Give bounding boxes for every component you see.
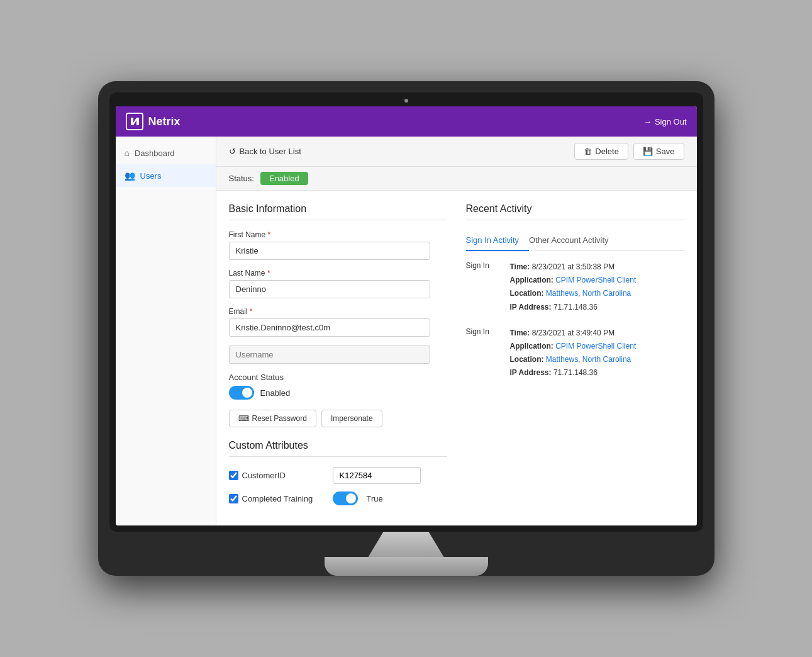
save-label: Save	[656, 147, 675, 156]
logo-icon	[126, 113, 143, 130]
completed-training-toggle[interactable]	[333, 491, 358, 505]
location-line-2: Location: Matthews, North Carolina	[510, 354, 637, 366]
recent-activity-divider	[466, 220, 684, 220]
sidebar-item-dashboard[interactable]: ⌂ Dashboard	[116, 142, 216, 164]
signout-icon: →	[643, 117, 652, 126]
tab-other-activity[interactable]: Other Account Activity	[529, 230, 618, 251]
back-arrow-icon: ↺	[229, 147, 236, 156]
trash-icon: 🗑	[584, 147, 592, 156]
brand-name: Netrix	[148, 115, 181, 128]
completed-training-value: True	[367, 494, 383, 503]
main-layout: ⌂ Dashboard 👥 Users ↺	[116, 137, 697, 525]
customerid-checkbox[interactable]	[229, 471, 238, 480]
monitor-stand-base	[325, 557, 488, 576]
last-name-input[interactable]	[229, 280, 430, 298]
status-badge: Enabled	[260, 172, 308, 185]
monitor: Netrix → Sign Out ⌂ Dashboard	[98, 81, 715, 576]
save-icon: 💾	[643, 147, 653, 156]
basic-info-title: Basic Information	[229, 203, 447, 215]
custom-attributes-section: Custom Attributes CustomerID	[229, 440, 447, 505]
reset-password-label: Reset Password	[252, 414, 307, 423]
account-status-text: Enabled	[260, 388, 291, 398]
toggle-slider	[229, 386, 254, 400]
location-line-1: Location: Matthews, North Carolina	[510, 288, 637, 300]
dashboard-icon: ⌂	[125, 148, 130, 158]
time-line-1: Time: 8/23/2021 at 3:50:38 PM	[510, 261, 637, 273]
users-icon: 👥	[125, 171, 135, 181]
completed-training-slider	[333, 491, 358, 505]
left-panel: Basic Information First Name *	[229, 203, 447, 513]
delete-label: Delete	[595, 147, 619, 156]
activity-details-2: Time: 8/23/2021 at 3:49:40 PM Applicatio…	[510, 327, 637, 381]
status-bar: Status: Enabled	[216, 167, 697, 191]
last-name-label: Last Name *	[229, 269, 447, 278]
main-content: Basic Information First Name *	[216, 191, 697, 525]
back-label: Back to User List	[240, 147, 301, 156]
monitor-stand-neck	[369, 532, 444, 557]
key-icon: ⌨	[238, 414, 249, 423]
email-label: Email *	[229, 307, 447, 316]
application-line-1: Application: CPIM PowerShell Client	[510, 274, 637, 286]
completed-training-label: Completed Training	[242, 494, 324, 503]
sidebar-item-users[interactable]: 👥 Users	[116, 164, 216, 187]
first-name-label: First Name *	[229, 230, 447, 239]
custom-attr-divider	[229, 456, 447, 457]
email-group: Email *	[229, 307, 447, 337]
toolbar-actions: 🗑 Delete 💾 Save	[574, 143, 684, 160]
content-area: ↺ Back to User List 🗑 Delete 💾	[216, 137, 697, 525]
basic-info-divider	[229, 220, 447, 220]
activity-entry-2: Sign In Time: 8/23/2021 at 3:49:40 PM Ap…	[466, 327, 684, 381]
reset-password-button[interactable]: ⌨ Reset Password	[229, 410, 316, 427]
app-container: Netrix → Sign Out ⌂ Dashboard	[116, 106, 697, 525]
screen-bezel: Netrix → Sign Out ⌂ Dashboard	[109, 93, 703, 532]
impersonate-label: Impersonate	[331, 414, 373, 423]
content-toolbar: ↺ Back to User List 🗑 Delete 💾	[216, 137, 697, 167]
account-status-toggle-row: Enabled	[229, 386, 447, 400]
delete-button[interactable]: 🗑 Delete	[574, 143, 628, 160]
username-group	[229, 345, 447, 364]
ip-line-2: IP Address: 71.71.148.36	[510, 367, 637, 379]
topbar: Netrix → Sign Out	[116, 106, 697, 137]
activity-entry-1: Sign In Time: 8/23/2021 at 3:50:38 PM Ap…	[466, 261, 684, 315]
right-panel: Recent Activity Sign In Activity Other A…	[466, 203, 684, 513]
sidebar-users-label: Users	[140, 171, 162, 181]
save-button[interactable]: 💾 Save	[633, 143, 684, 160]
account-status-section: Account Status Enabled	[229, 373, 447, 400]
activity-details-1: Time: 8/23/2021 at 3:50:38 PM Applicatio…	[510, 261, 637, 315]
action-buttons: ⌨ Reset Password Impersonate	[229, 410, 447, 427]
signout-button[interactable]: → Sign Out	[643, 117, 687, 126]
sidebar-dashboard-label: Dashboard	[135, 149, 175, 158]
custom-attr-title: Custom Attributes	[229, 440, 447, 451]
username-input[interactable]	[229, 345, 430, 364]
activity-type-1: Sign In	[466, 261, 498, 315]
time-line-2: Time: 8/23/2021 at 3:49:40 PM	[510, 327, 637, 339]
status-label-text: Status:	[229, 174, 254, 183]
sidebar: ⌂ Dashboard 👥 Users	[116, 137, 216, 525]
tab-signin-activity[interactable]: Sign In Activity	[466, 230, 530, 251]
account-status-label: Account Status	[229, 373, 447, 382]
customerid-checkbox-group: CustomerID	[229, 471, 324, 480]
completed-training-checkbox-group: Completed Training	[229, 494, 324, 503]
customerid-label: CustomerID	[242, 471, 324, 480]
back-button[interactable]: ↺ Back to User List	[229, 147, 301, 156]
account-status-toggle[interactable]	[229, 386, 254, 400]
monitor-dot	[404, 99, 408, 103]
customerid-row: CustomerID	[229, 467, 447, 484]
first-name-group: First Name *	[229, 230, 447, 260]
application-line-2: Application: CPIM PowerShell Client	[510, 340, 637, 352]
monitor-screen: Netrix → Sign Out ⌂ Dashboard	[116, 106, 697, 525]
last-name-group: Last Name *	[229, 269, 447, 298]
impersonate-button[interactable]: Impersonate	[321, 410, 382, 427]
ip-line-1: IP Address: 71.71.148.36	[510, 301, 637, 313]
completed-training-row: Completed Training True	[229, 491, 447, 505]
completed-training-checkbox[interactable]	[229, 494, 238, 503]
customerid-input[interactable]	[333, 467, 421, 484]
recent-activity-title: Recent Activity	[466, 203, 684, 215]
brand-logo: Netrix	[126, 113, 181, 130]
first-name-input[interactable]	[229, 242, 430, 260]
activity-tabs: Sign In Activity Other Account Activity	[466, 230, 684, 251]
signout-label: Sign Out	[655, 117, 687, 126]
activity-type-2: Sign In	[466, 327, 498, 381]
email-input[interactable]	[229, 318, 430, 337]
